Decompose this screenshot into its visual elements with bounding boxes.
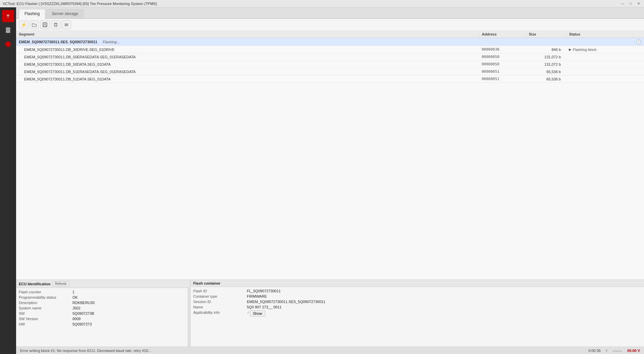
- ecu-label: Description: [19, 301, 72, 305]
- flash-info-row: Name5Q0 907 273__ 0011: [191, 304, 644, 310]
- cell-size: [526, 38, 566, 46]
- col-address: Address: [479, 31, 526, 38]
- flash-button[interactable]: ⚡: [19, 20, 28, 29]
- save-button[interactable]: [40, 20, 50, 29]
- ecu-info-row: SW5Q0907273B: [16, 311, 187, 316]
- maximize-button[interactable]: □: [628, 1, 633, 6]
- ecu-value: 5Q0907273: [72, 322, 185, 326]
- open-button[interactable]: [30, 20, 39, 29]
- status-voltage: 00.00 V: [627, 349, 640, 353]
- ecu-value: 1: [72, 290, 185, 294]
- ecu-label: Programmability status: [19, 295, 72, 299]
- ecu-info-row: DescriptionRDKBERU30: [16, 300, 187, 305]
- cell-size: 131,072 b: [526, 61, 566, 68]
- sidebar-doc[interactable]: [2, 24, 14, 36]
- cell-status: [566, 61, 633, 68]
- cell-clock: 🕐: [633, 38, 644, 46]
- status-bar: Error writing block #1: No response from…: [16, 347, 644, 354]
- ecu-label: Flash counter: [19, 290, 72, 294]
- main-panel: Segment Address Size Status EMEM_5Q09072…: [16, 31, 644, 347]
- ecu-panel-title: ECU Identification: [19, 282, 51, 286]
- flash-label: Applicability info: [193, 310, 247, 316]
- close-button[interactable]: ✕: [636, 1, 641, 6]
- ecu-info-row: SW Version0009: [16, 316, 187, 321]
- col-clock: [633, 31, 644, 38]
- ecu-info-row: System nameJ502: [16, 305, 187, 311]
- delete-icon: [53, 22, 58, 27]
- clock-icon: 🕐: [636, 39, 641, 44]
- flash-label: Session ID: [193, 300, 247, 304]
- cell-clock: [633, 46, 644, 53]
- ecu-refresh-button[interactable]: Refresh: [53, 281, 69, 286]
- status-message: Error writing block #1: No response from…: [20, 349, 588, 353]
- svg-rect-4: [6, 31, 8, 31]
- status-sep: /: [606, 349, 607, 353]
- cell-address: 00000050: [479, 61, 526, 68]
- ecu-panel-header: ECU Identification Refresh: [16, 280, 190, 288]
- ecu-label: System name: [19, 306, 72, 310]
- minimize-button[interactable]: —: [620, 1, 625, 6]
- segments-table: Segment Address Size Status EMEM_5Q09072…: [16, 31, 644, 83]
- cell-segment: EMEM_5Q09072730011.DB_30DRIVE.SEG_01DRIV…: [16, 46, 479, 53]
- table-row: EMEM_5Q09072730011.DB_50DATA.SEG_01DATA0…: [16, 61, 644, 68]
- menu-icon: [64, 22, 69, 27]
- save-icon: [43, 22, 47, 27]
- table-row: EMEM_5Q09072730011.DB_51DATA.SEG_01DATA0…: [16, 75, 644, 83]
- svg-point-5: [5, 42, 11, 47]
- window-controls: — □ ✕: [620, 1, 641, 6]
- flash-value: FL_5Q09072730011: [247, 289, 641, 293]
- flash-info-row: Flash IDFL_5Q09072730011: [191, 288, 644, 294]
- tab-flashing[interactable]: Flashing: [19, 9, 45, 19]
- status-dashes: --:--:--: [612, 349, 622, 353]
- ecu-value: 0009: [72, 317, 185, 321]
- cell-status: [566, 53, 633, 61]
- cell-status: [566, 68, 633, 75]
- table-row: EMEM_5Q09072730011.DB_30DRIVE.SEG_01DRIV…: [16, 46, 644, 53]
- window-title: VCTool: ECU Flasher | [VSSZZZKL2MR075394…: [3, 2, 157, 6]
- menu-button[interactable]: [62, 20, 71, 29]
- cell-address: 00000051: [479, 75, 526, 83]
- logo-icon: [4, 12, 12, 20]
- cell-size: 65,536 b: [526, 68, 566, 75]
- flash-panel-title: Flash container: [193, 281, 220, 285]
- ecu-scrollbar[interactable]: [187, 288, 190, 347]
- cell-status: [566, 75, 633, 83]
- table-row: EMEM_5Q09072730011.SES_5Q09072730011Flas…: [16, 38, 644, 46]
- col-status: Status: [566, 31, 633, 38]
- doc-icon: [4, 26, 12, 34]
- sidebar: [0, 7, 16, 354]
- table-row: EMEM_5Q09072730011.DB_51ERASEDATA.SEG_01…: [16, 68, 644, 75]
- cell-segment: EMEM_5Q09072730011.DB_50ERASEDATA.SEG_01…: [16, 53, 479, 61]
- cell-status: ▶Flashing block: [566, 46, 633, 53]
- sidebar-circle[interactable]: [2, 38, 14, 50]
- ecu-info-row: HW5Q0907273: [16, 321, 187, 327]
- svg-rect-2: [6, 28, 9, 29]
- flash-label: Name: [193, 305, 247, 309]
- svg-rect-1: [6, 27, 10, 33]
- delete-button[interactable]: [51, 20, 60, 29]
- table-area[interactable]: Segment Address Size Status EMEM_5Q09072…: [16, 31, 644, 280]
- ecu-label: SW Version: [19, 317, 72, 321]
- flash-label: Container type: [193, 294, 247, 298]
- col-size: Size: [526, 31, 566, 38]
- cell-status: [566, 38, 633, 46]
- tab-server-storage[interactable]: Server storage: [46, 9, 84, 18]
- tab-bar: Flashing Server storage: [16, 7, 644, 19]
- flash-value: FIRMWARE: [247, 294, 641, 298]
- ecu-info-row: Flash counter1: [16, 289, 187, 295]
- bottom-panel: ECU Identification Refresh Flash counter…: [16, 280, 644, 347]
- segments-tbody: EMEM_5Q09072730011.SES_5Q09072730011Flas…: [16, 38, 644, 83]
- cell-clock: [633, 61, 644, 68]
- cell-segment: EMEM_5Q09072730011.DB_50DATA.SEG_01DATA: [16, 61, 479, 68]
- show-button[interactable]: Show: [250, 310, 265, 316]
- flash-info-row: Applicability info✓ Show: [191, 310, 644, 317]
- cell-clock: [633, 68, 644, 75]
- content-area: Flashing Server storage ⚡: [16, 7, 644, 354]
- cell-segment: EMEM_5Q09072730011.SES_5Q09072730011Flas…: [16, 38, 479, 46]
- status-time: 0:00:36: [588, 349, 601, 353]
- col-segment: Segment: [16, 31, 479, 38]
- flash-container-panel: Flash container Flash IDFL_5Q09072730011…: [191, 280, 644, 347]
- ecu-info-row: Programmability statusOK: [16, 295, 187, 300]
- sidebar-logo[interactable]: [2, 10, 14, 22]
- cell-address: 00000050: [479, 53, 526, 61]
